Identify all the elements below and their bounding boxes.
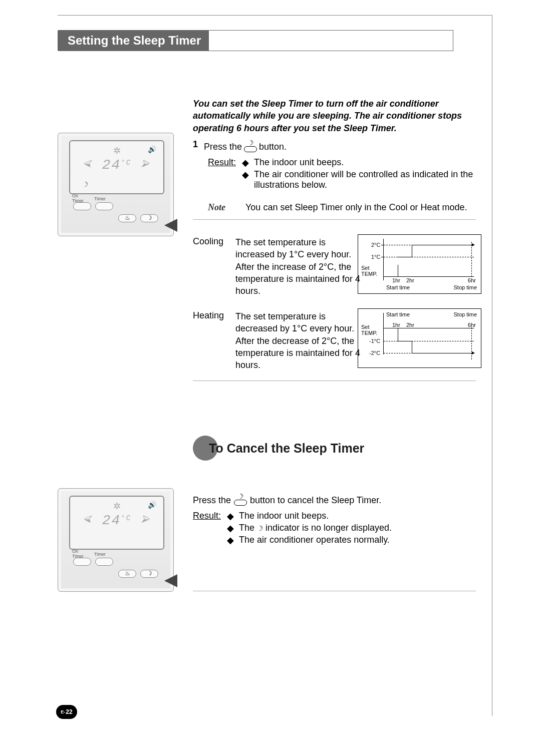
divider [193, 219, 476, 220]
press-pre: Press the [204, 142, 242, 152]
remote-temp-display: ⮘ 24°C ⮚ [70, 157, 163, 173]
remote-screen: ✲ 🔊 ⮘ 24°C ⮚ [69, 496, 164, 550]
subsection-title: To Cancel the Sleep Timer [209, 441, 364, 456]
chart-stop-label: Stop time [454, 285, 477, 290]
divider [193, 591, 476, 591]
sleep-button-icon: ☽ [244, 139, 257, 152]
heating-chart: Set TEMP. -1°C -2°C 1hr 2hr 6hr Start ti… [358, 308, 481, 368]
remote-illustration-set: ✲ 🔊 ⮘ 24°C ⮚ ☽ On Timer Timer ♨ ☽ [58, 133, 174, 236]
chart-ylabel: -2°C [369, 350, 380, 356]
result-label: Result: [208, 157, 236, 191]
on-timer-button [73, 558, 91, 566]
pointer-icon [164, 574, 177, 587]
chart-stop-label: Stop time [454, 312, 477, 317]
page-number: 22 [66, 708, 72, 715]
intro-paragraph: You can set the Sleep Timer to turn off … [193, 98, 476, 134]
heating-label: Heating [193, 310, 235, 371]
sleep-icon: ☽ [257, 524, 265, 532]
snowflake-icon: ✲ [113, 501, 121, 512]
note-text: You can set Sleep Timer only in the Cool… [245, 202, 467, 213]
sleep-icon: ☽ [82, 180, 89, 188]
chart-xtick: 2hr [406, 277, 414, 283]
snowflake-icon: ✲ [113, 145, 121, 156]
chart-xtick: 2hr [406, 322, 414, 328]
result-item: The indoor unit beeps. [239, 511, 329, 522]
bullet-icon: ◆ [242, 157, 249, 168]
economy-button: ♨ [118, 570, 136, 578]
cancel-block: Press the ☽ button to cancel the Sleep T… [193, 493, 476, 547]
result-item: The ☽ indicator is no longer displayed. [239, 523, 392, 534]
result-item: The air conditioner will be controlled a… [254, 169, 476, 190]
chart-ylabel: 1°C [371, 254, 380, 260]
timer-label: Timer [94, 196, 106, 201]
result-item: The air conditioner operates normally. [239, 535, 390, 546]
bullet-icon: ◆ [242, 169, 249, 190]
press-post: button. [259, 142, 287, 152]
sound-icon: 🔊 [148, 501, 156, 509]
on-timer-button [73, 202, 91, 210]
on-timer-label: On Timer [72, 193, 84, 203]
cancel-press-post: button to cancel the Sleep Timer. [250, 495, 381, 506]
economy-button: ♨ [118, 214, 136, 222]
on-timer-label: On Timer [72, 549, 84, 559]
result-label: Result: [193, 511, 221, 547]
heating-text: The set temperature is decreased by 1°C … [235, 310, 366, 371]
chart-xtick: 6hr [468, 277, 476, 283]
result-item: The indoor unit beeps. [254, 157, 344, 168]
chart-ylabel: Set TEMP. [361, 265, 383, 277]
pointer-icon [164, 219, 177, 232]
timer-label: Timer [94, 552, 106, 557]
cooling-chart: 2°C 1°C Set TEMP. 1hr 2hr 6hr Start time… [358, 234, 481, 294]
sleep-button-icon: ☽ [234, 493, 247, 506]
bullet-icon: ◆ [227, 523, 234, 534]
subsection-title-area: To Cancel the Sleep Timer [193, 436, 364, 461]
remote-screen: ✲ 🔊 ⮘ 24°C ⮚ ☽ [69, 140, 164, 194]
cancel-press-pre: Press the [193, 495, 231, 506]
chart-ylabel: 2°C [371, 242, 380, 248]
chart-start-label: Start time [386, 285, 410, 290]
section-title: Setting the Sleep Timer [58, 30, 209, 51]
bullet-icon: ◆ [227, 511, 234, 522]
step-number: 1 [193, 139, 198, 152]
note-label: Note [208, 202, 225, 213]
timer-button [95, 202, 113, 210]
cooling-label: Cooling [193, 236, 235, 297]
page-prefix: E- [61, 709, 65, 714]
section-title-bar: Setting the Sleep Timer [58, 30, 453, 51]
timer-button [95, 558, 113, 566]
remote-temp-display: ⮘ 24°C ⮚ [70, 513, 163, 528]
sleep-button: ☽ [140, 570, 158, 578]
chart-ylabel: Set TEMP. [361, 324, 383, 336]
chart-xtick: 1hr [392, 322, 400, 328]
cooling-text: The set temperature is increased by 1°C … [235, 236, 366, 297]
sleep-button: ☽ [140, 214, 158, 222]
chart-xtick: 1hr [392, 277, 400, 283]
chart-ylabel: -1°C [369, 338, 380, 344]
divider [193, 381, 476, 381]
section-title-rule [209, 30, 453, 51]
remote-illustration-cancel: ✲ 🔊 ⮘ 24°C ⮚ On Timer Timer ♨ ☽ [58, 488, 174, 592]
chart-xtick: 6hr [468, 322, 476, 328]
page-number-badge: E-22 [56, 705, 77, 719]
sound-icon: 🔊 [148, 145, 156, 153]
chart-start-label: Start time [386, 312, 410, 317]
bullet-icon: ◆ [227, 535, 234, 546]
step-1: 1 Press the ☽ button. Result: ◆The indoo… [193, 139, 476, 213]
